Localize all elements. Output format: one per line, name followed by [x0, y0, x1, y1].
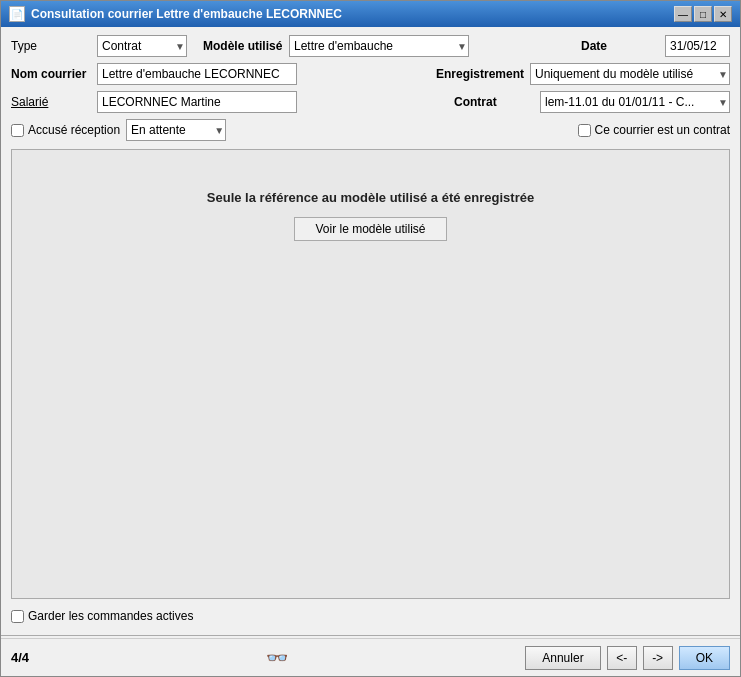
modele-label: Modèle utilisé [203, 39, 283, 53]
title-bar: 📄 Consultation courrier Lettre d'embauch… [1, 1, 740, 27]
ok-button[interactable]: OK [679, 646, 730, 670]
ce-courrier-contrat-checkbox[interactable] [578, 124, 591, 137]
footer-buttons: Annuler <- -> OK [525, 646, 730, 670]
close-button[interactable]: ✕ [714, 6, 732, 22]
view-model-button[interactable]: Voir le modèle utilisé [294, 217, 446, 241]
minimize-button[interactable]: — [674, 6, 692, 22]
ce-courrier-contrat-label[interactable]: Ce courrier est un contrat [578, 123, 730, 137]
title-buttons: — □ ✕ [674, 6, 732, 22]
footer-separator [1, 635, 740, 636]
type-dropdown-container: Contrat ▼ [97, 35, 187, 57]
garder-label[interactable]: Garder les commandes actives [11, 609, 193, 623]
salarie-input[interactable] [97, 91, 297, 113]
nom-courrier-input[interactable] [97, 63, 297, 85]
keep-active-row: Garder les commandes actives [11, 607, 730, 625]
annuler-button[interactable]: Annuler [525, 646, 600, 670]
enregistrement-label: Enregistrement [436, 67, 524, 81]
row-nom-enregistrement: Nom courrier Enregistrement Uniquement d… [11, 63, 730, 85]
garder-checkbox[interactable] [11, 610, 24, 623]
enregistrement-dropdown[interactable]: Uniquement du modèle utilisé [530, 63, 730, 85]
accuse-reception-label: Accusé réception [28, 123, 120, 137]
date-label: Date [581, 39, 661, 53]
main-window: 📄 Consultation courrier Lettre d'embauch… [0, 0, 741, 677]
contrat-label: Contrat [454, 95, 534, 109]
type-dropdown[interactable]: Contrat [97, 35, 187, 57]
date-input[interactable] [665, 35, 730, 57]
main-display-area: Seule la référence au modèle utilisé a é… [11, 149, 730, 599]
row-type-modele-date: Type Contrat ▼ Modèle utilisé Lettre d'e… [11, 35, 730, 57]
modele-dropdown[interactable]: Lettre d'embauche [289, 35, 469, 57]
main-area-text: Seule la référence au modèle utilisé a é… [207, 190, 534, 205]
window-title: Consultation courrier Lettre d'embauche … [31, 7, 342, 21]
accuse-reception-checkbox[interactable] [11, 124, 24, 137]
contrat-dropdown[interactable]: lem-11.01 du 01/01/11 - C... [540, 91, 730, 113]
maximize-button[interactable]: □ [694, 6, 712, 22]
page-info: 4/4 [11, 650, 29, 665]
row-salarie-contrat: Salarié Contrat lem-11.01 du 01/01/11 - … [11, 91, 730, 113]
row-accuse-contrat-check: Accusé réception En attente Reçu Non reç… [11, 119, 730, 141]
accuse-reception-checkbox-label[interactable]: Accusé réception [11, 123, 120, 137]
garder-label-text: Garder les commandes actives [28, 609, 193, 623]
form-content: Type Contrat ▼ Modèle utilisé Lettre d'e… [1, 27, 740, 633]
window-icon: 📄 [9, 6, 25, 22]
salarie-label: Salarié [11, 95, 91, 109]
footer-center: 👓 [266, 647, 288, 669]
next-button[interactable]: -> [643, 646, 673, 670]
glasses-icon: 👓 [266, 647, 288, 669]
prev-button[interactable]: <- [607, 646, 637, 670]
accuse-status-dropdown[interactable]: En attente Reçu Non reçu [126, 119, 226, 141]
ce-courrier-label-text: Ce courrier est un contrat [595, 123, 730, 137]
type-label: Type [11, 39, 91, 53]
nom-courrier-label: Nom courrier [11, 67, 91, 81]
modele-dropdown-container: Lettre d'embauche ▼ [289, 35, 469, 57]
bottom-section: Garder les commandes actives [11, 607, 730, 625]
footer: 4/4 👓 Annuler <- -> OK [1, 638, 740, 676]
